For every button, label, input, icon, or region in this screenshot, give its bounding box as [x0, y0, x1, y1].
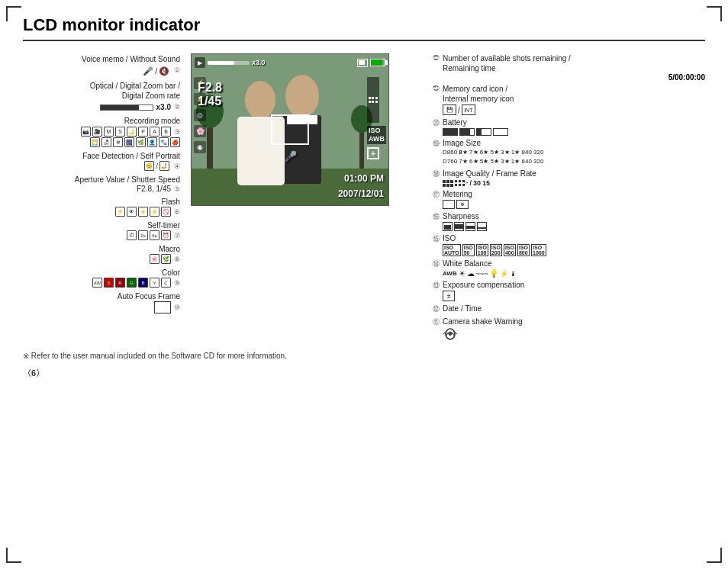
- self-timer-label: Self-timer: [147, 221, 180, 230]
- ri-quality: ⑱ Image Quality / Frame Rate: [427, 169, 705, 187]
- label-face-detection: Face Detection / Self Portrait 😊 / 🤳 ④: [23, 151, 185, 172]
- image-size-title: Image Size: [443, 138, 705, 148]
- corner-bl: [6, 548, 21, 563]
- ri-iso: ⑮ ISO ISOAUTO ISO50 ISO100 ISO200 ISO400…: [427, 233, 705, 256]
- recording-mode-label: Recording mode: [124, 117, 180, 125]
- page-number: 〈6〉: [23, 368, 705, 379]
- svg-point-5: [245, 81, 275, 119]
- wb-title: White Balance: [443, 259, 705, 268]
- flash-label: Flash: [162, 198, 180, 206]
- right-labels-column: ㉒ Number of available shots remaining /R…: [420, 53, 705, 341]
- label-self-timer: Self-timer ⏱ 2s 6s ⏰ ⑦: [23, 220, 185, 241]
- bottom-note: ※ Refer to the user manual included on t…: [23, 352, 705, 360]
- corner-tl: [6, 6, 21, 21]
- battery-title: Battery: [443, 117, 705, 127]
- aperture-label: Aperture Value / Shutter Speed: [75, 175, 180, 184]
- screen-aperture-shutter: F2.8 1/45: [198, 81, 222, 108]
- iso-title: ISO: [443, 233, 705, 243]
- battery-icons: [443, 128, 705, 136]
- camera-screen: ▶ x3.0: [191, 53, 389, 206]
- ri-shots: ㉒ Number of available shots remaining /R…: [427, 53, 705, 82]
- face-detection-label: Face Detection / Self Portrait: [82, 152, 180, 160]
- main-layout: Voice memo / Without Sound 🎤 / 🔇 ① Optic…: [23, 53, 705, 341]
- quality-title: Image Quality / Frame Rate: [443, 169, 705, 178]
- af-frame-label: Auto Focus Frame: [118, 292, 180, 301]
- left-labels-column: Voice memo / Without Sound 🎤 / 🔇 ① Optic…: [23, 53, 191, 341]
- label-macro: Macro 🌸 🌿 ⑧: [23, 244, 185, 265]
- corner-tr: [707, 6, 722, 21]
- svg-point-2: [285, 75, 319, 117]
- sharpness-title: Sharpness: [443, 211, 705, 221]
- ri-datetime: ⑫ Date / Time: [427, 304, 705, 314]
- bottom-note-text: ※ Refer to the user manual included on t…: [23, 352, 287, 360]
- ri-image-size: ⑲ Image Size D860 8★ 7★ 6★ 5★ 3★ 1★ 840 …: [427, 138, 705, 166]
- ri-memory: ㉑ Memory card icon /Internal memory icon…: [427, 84, 705, 115]
- recording-mode-icons: 📷 🎥 M S 🌙 P A B ③: [23, 127, 180, 137]
- ri-battery: ⑳ Battery: [427, 117, 705, 136]
- ri-wb: ⑭ White Balance AWB ☀ ☁ ~~~ 💡 ⚡ 🌡: [427, 259, 705, 278]
- camera-shake-icon: [443, 327, 458, 341]
- svg-point-11: [449, 333, 452, 336]
- zoom-bar: [100, 104, 153, 111]
- sharpness-icons: [443, 222, 705, 231]
- screen-memory-icon: [357, 59, 368, 67]
- quality-icons: · / 30 15: [443, 179, 705, 187]
- voice-icons: 🎤 / 🔇 ①: [23, 66, 180, 76]
- memory-title: Memory card icon /Internal memory icon: [443, 84, 705, 104]
- screen-zoom-text: x3.0: [252, 59, 266, 66]
- screen-record-icon: ▶: [195, 57, 205, 68]
- screen-iso: ISOAWB: [367, 126, 386, 144]
- camera-shake-title: Camera shake Warning: [443, 317, 705, 326]
- camera-shake-icons: [443, 327, 705, 341]
- label-af-frame: Auto Focus Frame ⑩: [23, 291, 185, 314]
- page-container: LCD monitor indicator Voice memo / Witho…: [0, 0, 728, 569]
- aperture-value: F2.8, 1/45: [137, 185, 171, 193]
- screen-battery-icon: [370, 59, 385, 66]
- screen-shutter: 1/45: [198, 95, 222, 108]
- ri-exposure: ⑬ Exposure compensation ±: [427, 280, 705, 301]
- screen-time: 01:00 PM: [344, 173, 384, 184]
- screen-aperture: F2.8: [198, 81, 222, 95]
- ri-metering: ⑰ Metering: [427, 189, 705, 209]
- datetime-title: Date / Time: [443, 304, 705, 313]
- ri-sharpness: ⑯ Sharpness: [427, 211, 705, 231]
- shots-value: 5/00:00:00: [443, 73, 705, 82]
- zoom-label: Optical / Digital Zoom bar /Digital Zoom…: [90, 82, 180, 100]
- memory-icons: 💾 / INT: [443, 104, 705, 115]
- label-voice-memo: Voice memo / Without Sound 🎤 / 🔇 ①: [23, 53, 185, 77]
- color-label: Color: [162, 268, 180, 277]
- label-color: Color AW S R G B Y C ⑨: [23, 268, 185, 288]
- page-title: LCD monitor indicator: [23, 15, 705, 41]
- macro-label: Macro: [159, 245, 180, 253]
- right-items-list: ㉒ Number of available shots remaining /R…: [427, 53, 705, 341]
- label-aperture: Aperture Value / Shutter Speed F2.8, 1/4…: [23, 175, 185, 194]
- screen-date: 2007/12/01: [338, 188, 384, 199]
- zoom-rate: x3.0: [156, 102, 171, 112]
- screen-zoom-bar: [208, 61, 250, 65]
- screen-af-frame: [271, 114, 309, 145]
- ri-camera-shake: ⑪ Camera shake Warning: [427, 317, 705, 341]
- image-size-icons: D860 8★ 7★ 6★ 5★ 3★ 1★ 840 320 D760 7★ 6…: [443, 148, 705, 166]
- voice-memo-label: Voice memo / Without Sound: [82, 55, 180, 63]
- camera-display-column: ▶ x3.0: [191, 53, 420, 341]
- wb-icons: AWB ☀ ☁ ~~~ 💡 ⚡ 🌡: [443, 269, 705, 278]
- metering-title: Metering: [443, 189, 705, 199]
- corner-br: [707, 548, 722, 563]
- label-recording-mode: Recording mode 📷 🎥 M S 🌙 P A B ③ 🌅: [23, 116, 185, 148]
- iso-icons: ISOAUTO ISO50 ISO100 ISO200 ISO400 ISO80…: [443, 244, 705, 256]
- exposure-icons: ±: [443, 291, 705, 301]
- exposure-title: Exposure compensation: [443, 280, 705, 290]
- metering-icons: [443, 200, 705, 209]
- label-flash: Flash ⚡ 👁 ⚡ ⚡ 🚫 ⑥: [23, 197, 185, 217]
- label-zoom: Optical / Digital Zoom bar /Digital Zoom…: [23, 80, 185, 113]
- screen-mic: 🎤: [284, 149, 297, 163]
- shots-title: Number of available shots remaining /Rem…: [443, 53, 705, 73]
- screen-right-icons: ISOAWB +: [367, 77, 386, 159]
- af-frame-icon: [154, 301, 171, 313]
